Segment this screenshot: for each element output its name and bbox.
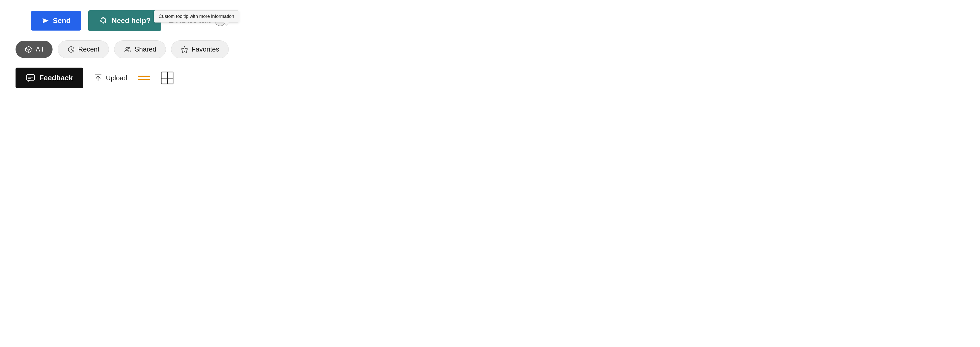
svg-line-6 <box>25 48 29 50</box>
pill-recent[interactable]: Recent <box>58 40 109 58</box>
pill-shared[interactable]: Shared <box>114 40 166 58</box>
svg-point-4 <box>103 22 104 24</box>
pill-favorites[interactable]: Favorites <box>171 40 229 58</box>
tooltip-tail <box>224 22 229 26</box>
svg-point-12 <box>126 47 128 50</box>
pill-shared-label: Shared <box>135 45 156 53</box>
main-container: Custom tooltip with more information Sen… <box>16 10 229 88</box>
pill-favorites-label: Favorites <box>191 45 219 53</box>
cube-icon <box>25 46 33 53</box>
need-help-button[interactable]: Need help? <box>88 10 161 31</box>
svg-marker-0 <box>43 18 49 23</box>
svg-line-7 <box>29 48 32 50</box>
tooltip-text: Custom tooltip with more information <box>159 14 234 19</box>
row2-pills: All Recent Shared Fa <box>16 40 229 58</box>
people-icon <box>124 46 132 53</box>
clock-icon <box>67 46 75 53</box>
orange-line-2 <box>138 79 150 80</box>
svg-line-11 <box>71 50 73 51</box>
grid-view-icon[interactable] <box>161 71 174 85</box>
upload-group[interactable]: Upload <box>94 73 127 83</box>
feedback-label: Feedback <box>39 74 73 82</box>
pill-recent-label: Recent <box>78 45 99 53</box>
tooltip-box: Custom tooltip with more information <box>154 10 239 22</box>
svg-marker-14 <box>181 46 188 53</box>
feedback-button[interactable]: Feedback <box>16 67 83 88</box>
upload-icon <box>94 73 103 83</box>
upload-label: Upload <box>106 74 127 82</box>
need-help-label: Need help? <box>111 17 151 25</box>
svg-rect-2 <box>100 20 102 22</box>
svg-rect-3 <box>105 20 106 22</box>
headset-icon <box>99 16 108 26</box>
send-button[interactable]: Send <box>31 11 81 30</box>
orange-line-1 <box>138 76 150 77</box>
star-icon <box>181 46 188 53</box>
send-icon <box>41 17 50 25</box>
send-label: Send <box>53 17 71 25</box>
pill-all[interactable]: All <box>16 41 52 58</box>
pill-all-label: All <box>36 45 43 53</box>
svg-point-13 <box>128 47 130 49</box>
feedback-icon <box>26 73 35 83</box>
list-view-icon[interactable] <box>138 76 150 80</box>
tooltip-container: Custom tooltip with more information <box>154 10 239 26</box>
row3: Feedback Upload <box>16 67 229 88</box>
